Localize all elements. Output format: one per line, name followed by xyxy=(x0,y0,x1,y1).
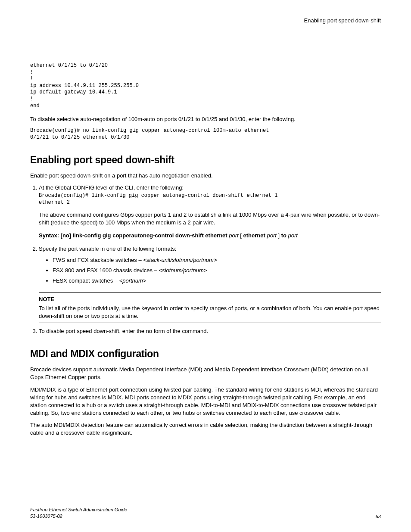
bullet-0-prefix: FWS and FCX stackable switches – xyxy=(53,257,143,263)
step-1-syntax: Syntax: [no] link-config gig copperauton… xyxy=(39,232,381,240)
footer-left: FastIron Ethernet Switch Administration … xyxy=(30,507,127,519)
syntax-port1: port xyxy=(229,232,238,239)
step-1-text: At the Global CONFIG level of the CLI, e… xyxy=(39,184,184,191)
syntax-bracket-open: [ xyxy=(239,232,243,239)
bullet-2-italic: <portnum> xyxy=(119,277,146,284)
syntax-ethernet: ethernet xyxy=(243,232,267,239)
code-block-intro-1: ethernet 0/1/15 to 0/1/20 ! ! ip address… xyxy=(30,62,381,109)
note-text: To list all of the ports individually, u… xyxy=(39,305,381,320)
disable-para: To disable selective auto-negotiation of… xyxy=(30,115,381,123)
syntax-port3: port xyxy=(288,232,298,239)
step-2-bullets: FWS and FCX stackable switches – <stack-… xyxy=(39,256,381,285)
step-1-code: Brocade(config)# link-config gig copper … xyxy=(39,193,381,206)
heading-enabling-port-speed: Enabling port speed down-shift xyxy=(30,154,381,166)
note-block: NOTE To list all of the ports individual… xyxy=(39,292,381,323)
footer-page: 63 xyxy=(376,514,381,519)
step-3: To disable port speed down-shift, enter … xyxy=(39,327,381,335)
syntax-port2: port xyxy=(267,232,276,239)
bullet-1-italic: <slotnum/portnum> xyxy=(159,267,207,274)
step-2-text: Specify the port variable in one of the … xyxy=(39,246,176,252)
running-header: Enabling port speed down-shift xyxy=(30,17,381,24)
note-label: NOTE xyxy=(39,296,381,303)
footer-guide: FastIron Ethernet Switch Administration … xyxy=(30,507,127,513)
step-1: At the Global CONFIG level of the CLI, e… xyxy=(39,184,381,240)
bullet-0-italic: <stack-unit/slotnum/portnum> xyxy=(143,257,217,263)
footer: FastIron Ethernet Switch Administration … xyxy=(30,507,381,519)
page: Enabling port speed down-shift ethernet … xyxy=(0,0,411,532)
bullet-2-prefix: FESX compact switches – xyxy=(53,277,119,284)
bullet-1: FSX 800 and FSX 1600 chassis devices – <… xyxy=(53,267,381,274)
steps-list: At the Global CONFIG level of the CLI, e… xyxy=(30,184,381,335)
bullet-1-prefix: FSX 800 and FSX 1600 chassis devices – xyxy=(53,267,159,274)
step-1-para: The above command configures Gbps copper… xyxy=(39,211,381,227)
code-block-intro-2: Brocade(config)# no link-config gig copp… xyxy=(30,128,381,141)
section2-para1: Brocade devices support automatic Media … xyxy=(30,366,381,381)
heading-mdi-mdix: MDI and MDIX configuration xyxy=(30,348,381,360)
syntax-bracket-close: ] xyxy=(277,232,281,239)
section2-para3: The auto MDI/MDIX detection feature can … xyxy=(30,421,381,437)
bullet-2: FESX compact switches – <portnum> xyxy=(53,277,381,285)
step-2: Specify the port variable in one of the … xyxy=(39,245,381,323)
bullet-0: FWS and FCX stackable switches – <stack-… xyxy=(53,256,381,264)
step-3-text: To disable port speed down-shift, enter … xyxy=(39,328,208,334)
section2-para2: MDI/MDIX is a type of Ethernet port conn… xyxy=(30,386,381,417)
syntax-to: to xyxy=(281,232,288,239)
footer-docnum: 53-1003075-02 xyxy=(30,513,127,519)
section1-intro: Enable port speed down-shift on a port t… xyxy=(30,172,381,180)
syntax-prefix: Syntax: [no] link-config gig copperauton… xyxy=(39,232,229,239)
